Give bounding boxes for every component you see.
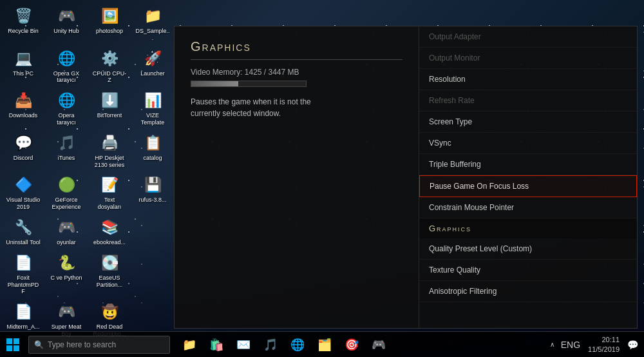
- rufus-icon: 💾: [142, 175, 163, 195]
- desktop-icon-hp-deskjet[interactable]: 🖨️ HP Deskjet 2130 series: [90, 130, 129, 171]
- section-header-graphics-section: Graphics: [419, 218, 637, 238]
- constrain-mouse-label: Constrain Mouse Pointer: [429, 203, 514, 212]
- easeus-partition-label: EaseUS Partition...: [92, 275, 127, 289]
- refresh-rate-label: Refresh Rate: [429, 96, 475, 105]
- setting-item-pause-game-focus[interactable]: Pause Game On Focus Loss: [419, 175, 637, 197]
- setting-item-texture-quality[interactable]: Texture Quality: [419, 260, 637, 281]
- clock-date: 11/5/2019: [588, 345, 620, 354]
- downloads-icon: 📥: [13, 90, 33, 111]
- language-indicator[interactable]: ENG: [558, 340, 583, 350]
- desktop-icon-bittorrent[interactable]: ⬇️ BitTorrent: [90, 88, 129, 129]
- foxit-phantom-icon: 📄: [13, 253, 33, 273]
- panel-right[interactable]: Output AdapterOutput MonitorResolutionRe…: [419, 26, 637, 328]
- bittorrent-icon: ⬇️: [99, 90, 120, 111]
- setting-item-anisotropic-filtering[interactable]: Anisotropic Filtering: [419, 281, 637, 302]
- cpuid-cpuz-label: CPUID CPU-Z: [92, 70, 127, 84]
- system-clock[interactable]: 20:11 11/5/2019: [585, 335, 623, 354]
- setting-item-output-adapter: Output Adapter: [419, 26, 637, 48]
- visual-studio-label: Visual Studio 2019: [6, 197, 41, 211]
- quality-preset-label: Quality Preset Level (Custom): [429, 244, 532, 253]
- setting-item-output-monitor: Output Monitor: [419, 48, 637, 69]
- desktop-icon-discord[interactable]: 💬 Discord: [3, 130, 43, 171]
- cpuid-cpuz-icon: ⚙️: [99, 48, 120, 69]
- desktop-icon-text-dosyalari[interactable]: 📝 Text dosyaları: [90, 172, 129, 213]
- desktop-icon-opera-gx-tarayici[interactable]: 🌐 Opera GX tarayıcı: [46, 46, 86, 87]
- uninstall-tool-icon: 🔧: [13, 217, 33, 238]
- bittorrent-label: BitTorrent: [97, 112, 122, 119]
- launcher-icon: 🚀: [142, 48, 163, 69]
- taskbar-icon-file-explorer[interactable]: 📁: [176, 332, 202, 358]
- unity-hub-icon: 🎮: [56, 6, 77, 26]
- search-placeholder-text: Type here to search: [48, 340, 116, 349]
- taskbar-icon-store[interactable]: 🛍️: [204, 332, 229, 358]
- desktop-icon-geforce-experience[interactable]: 🟢 GeForce Experience: [46, 172, 86, 213]
- recycle-bin-icon: 🗑️: [13, 6, 33, 26]
- vsync-label: VSync: [429, 139, 451, 148]
- focus-loss-description: Pauses the game when it is not the curre…: [191, 96, 402, 119]
- taskbar-icon-opera-taskbar[interactable]: 🌐: [285, 332, 310, 358]
- taskbar-search[interactable]: 🔍 Type here to search: [28, 336, 170, 354]
- desktop-icon-uninstall-tool[interactable]: 🔧 Uninstall Tool: [3, 215, 43, 249]
- desktop-icon-visual-studio[interactable]: 🔷 Visual Studio 2019: [3, 172, 43, 213]
- desktop-icon-catalog[interactable]: 📋 catalog: [133, 130, 173, 171]
- desktop-icon-recycle-bin[interactable]: 🗑️ Recycle Bin: [3, 3, 43, 44]
- desktop-icon-cve-python[interactable]: 🐍 C ve Python: [46, 250, 86, 298]
- this-pc-label: This PC: [13, 70, 33, 77]
- setting-item-constrain-mouse[interactable]: Constrain Mouse Pointer: [419, 197, 637, 218]
- oyunlar-label: oyunlar: [57, 239, 76, 246]
- taskbar-pinned-apps: 📁🛍️✉️🎵🌐🗂️🎯🎮: [176, 332, 392, 358]
- output-monitor-label: Output Monitor: [429, 53, 480, 63]
- desktop-icon-this-pc[interactable]: 💻 This PC: [3, 46, 43, 87]
- taskbar-icon-mail[interactable]: ✉️: [231, 332, 256, 358]
- desktop-icon-foxit-phantom[interactable]: 📄 Foxit PhantomPDF: [3, 250, 43, 298]
- desktop-icon-easeus-partition[interactable]: 💽 EaseUS Partition...: [90, 250, 129, 298]
- setting-item-resolution[interactable]: Resolution: [419, 69, 637, 90]
- desktop-icon-ebookread[interactable]: 📚 ebookread...: [90, 215, 129, 249]
- screen-type-label: Screen Type: [429, 117, 472, 126]
- windows-logo: [6, 338, 19, 351]
- taskbar-icon-unknown3[interactable]: 🎮: [366, 332, 392, 358]
- resolution-label: Resolution: [429, 75, 466, 84]
- taskbar-icon-spotify[interactable]: 🎵: [258, 332, 283, 358]
- desktop-icon-downloads[interactable]: 📥 Downloads: [3, 88, 43, 129]
- desktop-icon-cpuid-cpuz[interactable]: ⚙️ CPUID CPU-Z: [90, 46, 129, 87]
- setting-item-screen-type[interactable]: Screen Type: [419, 111, 637, 133]
- geforce-experience-label: GeForce Experience: [49, 197, 84, 211]
- ds-sample-icon: 📁: [142, 6, 163, 26]
- vram-bar-container: [191, 81, 307, 87]
- desktop-icon-oyunlar[interactable]: 🎮 oyunlar: [46, 215, 86, 249]
- show-hidden-icons[interactable]: ∧: [548, 341, 556, 348]
- text-dosyalari-icon: 📝: [99, 175, 120, 195]
- desktop-icon-itunes[interactable]: 🎵 iTunes: [46, 130, 86, 171]
- taskbar-icon-unknown1[interactable]: 🗂️: [312, 332, 337, 358]
- desktop-icon-rufus[interactable]: 💾 rufus-3.8...: [133, 172, 173, 213]
- vram-bar: [191, 81, 238, 86]
- taskbar-icon-unknown2[interactable]: 🎯: [339, 332, 365, 358]
- discord-icon: 💬: [13, 133, 33, 153]
- search-icon: 🔍: [34, 340, 44, 349]
- desktop-icon-launcher[interactable]: 🚀 Launcher: [133, 46, 173, 87]
- notification-center[interactable]: 💬: [625, 340, 641, 350]
- text-dosyalari-label: Text dosyaları: [92, 197, 127, 211]
- desktop-icon-vize-template[interactable]: 📊 VIZE Template: [133, 88, 173, 129]
- opera-tarayici-label: Opera tarayıcı: [49, 112, 84, 126]
- easeus-partition-icon: 💽: [99, 253, 120, 273]
- catalog-icon: 📋: [142, 133, 163, 153]
- downloads-label: Downloads: [9, 112, 38, 119]
- desktop-icon-opera-tarayici[interactable]: 🌐 Opera tarayıcı: [46, 88, 86, 129]
- setting-item-quality-preset[interactable]: Quality Preset Level (Custom): [419, 238, 637, 260]
- desktop-icon-photoshop[interactable]: 🖼️ photoshop: [90, 3, 129, 44]
- desktop-icon-empty: [133, 215, 173, 249]
- photoshop-label: photoshop: [96, 28, 123, 35]
- pause-game-focus-label: Pause Game On Focus Loss: [430, 182, 529, 191]
- desktop-icon-unity-hub[interactable]: 🎮 Unity Hub: [46, 3, 86, 44]
- desktop-icon-empty: [133, 250, 173, 298]
- visual-studio-icon: 🔷: [13, 175, 33, 195]
- taskbar: 🔍 Type here to search 📁🛍️✉️🎵🌐🗂️🎯🎮 ∧ ENG …: [0, 331, 644, 357]
- setting-item-vsync[interactable]: VSync: [419, 133, 637, 154]
- cve-python-icon: 🐍: [56, 253, 77, 273]
- desktop-icon-ds-sample[interactable]: 📁 DS_Sample...: [133, 3, 173, 44]
- discord-label: Discord: [14, 155, 33, 162]
- setting-item-triple-buffering[interactable]: Triple Buffering: [419, 154, 637, 175]
- start-button[interactable]: [0, 332, 26, 358]
